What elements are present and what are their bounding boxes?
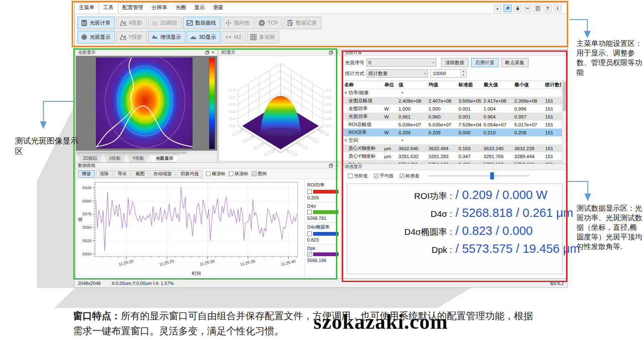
horizontal-scrollbar[interactable]: [76, 151, 217, 155]
curve-checkbox-纵游标[interactable]: 纵游标: [229, 171, 248, 177]
curve-button-截图[interactable]: 截图: [132, 170, 148, 178]
menu-item-4[interactable]: 分辨率: [148, 3, 172, 13]
close-icon[interactable]: ✕: [210, 50, 216, 55]
float-window-icon[interactable]: [328, 163, 334, 168]
spinner-arrows-icon[interactable]: ▲▼: [460, 70, 466, 77]
legend-checkbox[interactable]: [307, 210, 312, 214]
enhanced-checkbox-当前值[interactable]: 当前值: [348, 173, 368, 179]
calc-panel-titlebar[interactable]: 光斑计算: [343, 50, 567, 56]
checkbox-icon[interactable]: [348, 174, 353, 178]
report-icon[interactable]: [534, 5, 541, 12]
curve-button-切换均值[interactable]: 切换均值: [177, 170, 203, 178]
data-curve-panel: 数据曲线 ✕ 播放清除导出截图自动缩放切换均值横游标纵游标✓图例 11:25:2…: [75, 162, 341, 279]
info-icon[interactable]: i: [554, 5, 561, 12]
tab-X投影[interactable]: X投影: [103, 155, 126, 162]
collapse-up-icon[interactable]: ▲: [494, 5, 501, 12]
vertical-scrollbar[interactable]: [562, 81, 567, 168]
enhanced-checkbox-标准差[interactable]: ✓标准差: [400, 173, 419, 179]
measurement-table[interactable]: 名称单位值均值标准差最大值最小值统计数量 ˅ 功率/能量▼全图总幅值2.408e…: [343, 81, 567, 168]
table-row[interactable]: 光斑功率W0.9610.9600.0010.9640.957151: [343, 113, 567, 121]
time-series-chart[interactable]: 11:25:2011:25:2511:25:3011:25:3511:25:40…: [76, 179, 304, 278]
enhanced-display-panel: 增强显示 当前值✓平均值✓标准差 ROI功率 :/ 0.209 / 0.000 …: [342, 164, 567, 279]
legend-checkbox[interactable]: ✓: [307, 252, 312, 257]
curve-checkbox-图例[interactable]: ✓图例: [252, 171, 267, 177]
enhanced-slider[interactable]: [428, 175, 529, 176]
tab-Y投影[interactable]: Y投影: [127, 155, 149, 162]
table-cell: 0.000: [457, 130, 482, 135]
table-row[interactable]: ROI总幅值5.036e+075.035e+077.528e+045.054e+…: [343, 121, 567, 128]
menu-item-3[interactable]: 配置管理: [118, 3, 148, 13]
toolbar-button-y-projection[interactable]: Y投影: [116, 31, 147, 43]
3d-panel-titlebar[interactable]: 3D显示 ✕: [219, 50, 341, 56]
column-header[interactable]: 均值: [427, 82, 457, 88]
toolbar-button-data-curve[interactable]: 数据曲线: [183, 17, 221, 29]
close-icon[interactable]: ✕: [334, 50, 340, 55]
beam-panel-titlebar[interactable]: 光斑显示 ✕: [76, 50, 217, 56]
checkbox-icon[interactable]: ✓: [252, 171, 256, 176]
toolbar-button-2d-track[interactable]: ◎2D跟踪: [148, 17, 182, 29]
table-group-row[interactable]: ˅ 空间▼: [343, 136, 567, 144]
toolbar-button-pointing[interactable]: 指向性: [222, 17, 254, 29]
column-header[interactable]: 名称: [343, 82, 383, 88]
lock-icon[interactable]: [514, 5, 521, 12]
spot-seq-combobox[interactable]: 0˅: [366, 58, 436, 67]
toolbar-button-data-record[interactable]: 数据记录: [284, 17, 321, 29]
curve-panel-titlebar[interactable]: 数据曲线 ✕: [76, 163, 341, 169]
table-row[interactable]: 全图总幅值2.408e+082.407e+083.565e+052.417e+0…: [343, 97, 567, 105]
3d-surface-plot[interactable]: [219, 56, 341, 160]
table-row[interactable]: ROI功率W0.2090.2090.0000.2100.208151: [343, 128, 567, 136]
float-window-icon[interactable]: [328, 50, 334, 55]
toolbar-button-x-projection[interactable]: X投影: [116, 17, 147, 29]
cut-icon[interactable]: ✂: [524, 5, 531, 12]
calc-button-启用计算[interactable]: 启用计算: [471, 58, 499, 67]
curve-checkbox-横游标[interactable]: 横游标: [206, 171, 226, 177]
curve-button-清除[interactable]: 清除: [96, 170, 113, 178]
column-header[interactable]: 最小值: [513, 82, 544, 88]
table-row[interactable]: 质心Y轴坐标μm3291.6323291.2830.3473291.769328…: [343, 152, 567, 160]
menu-item-7[interactable]: 测量: [209, 3, 228, 13]
calc-button-清除数据[interactable]: 清除数据: [441, 58, 469, 67]
checkbox-icon[interactable]: ✓: [374, 174, 378, 178]
menu-item-6[interactable]: 显示: [190, 3, 209, 13]
toolbar-button-multi-spot[interactable]: 多光斑: [247, 31, 280, 43]
table-row[interactable]: 全图功率W1.0001.0000.0011.0040.996151: [343, 105, 567, 113]
float-window-icon[interactable]: [204, 50, 210, 55]
toolbar-button-tcp[interactable]: TCP: [256, 17, 283, 29]
beam-false-color-image[interactable]: [96, 58, 193, 149]
column-header[interactable]: 最大值: [482, 82, 513, 88]
stat-count-spinner[interactable]: 10000 ▲▼: [430, 69, 467, 78]
table-row[interactable]: 质心X轴坐标μm3632.6453632.4940.1633633.240363…: [343, 144, 567, 152]
curve-button-播放[interactable]: 播放: [78, 170, 95, 178]
close-icon[interactable]: ✕: [334, 163, 340, 168]
toolbar-button-enhanced-display[interactable]: AA增强显示: [148, 31, 185, 43]
toolbar-button-beam-calc[interactable]: 光斑计算: [78, 17, 115, 29]
legend-checkbox[interactable]: [307, 189, 312, 194]
stat-mode-combobox[interactable]: 统计数量˅: [366, 69, 428, 78]
pin-icon[interactable]: [504, 5, 511, 12]
menu-item-1[interactable]: 主菜单: [75, 3, 99, 13]
help-icon[interactable]: ?: [544, 5, 551, 12]
toolbar-button-beam-display[interactable]: 光斑显示: [78, 31, 115, 43]
enhanced-checkbox-平均值[interactable]: ✓平均值: [374, 173, 393, 179]
column-header[interactable]: 统计数量: [544, 82, 561, 88]
legend-checkbox[interactable]: [307, 232, 312, 236]
slider-handle[interactable]: [490, 172, 494, 179]
beam-image-area[interactable]: [76, 56, 217, 151]
curve-button-自动缩放[interactable]: 自动缩放: [150, 170, 175, 178]
menu-item-2[interactable]: 工具: [99, 2, 118, 13]
calc-button-断点采集[interactable]: 断点采集: [501, 58, 529, 67]
footer-text: 所有的显示窗口可自由组合并保存配置文件，方便调用，也可使用系统默认的配置管理功能…: [73, 310, 533, 336]
table-group-row[interactable]: ˅ 功率/能量▼: [343, 89, 567, 97]
menu-item-5[interactable]: 光圈: [171, 3, 190, 13]
enhanced-panel-titlebar[interactable]: 增强显示: [343, 164, 567, 170]
tab-光斑显示[interactable]: 光斑显示: [150, 155, 178, 162]
column-header[interactable]: 值: [397, 82, 427, 88]
column-header[interactable]: 标准差: [457, 82, 482, 88]
checkbox-icon[interactable]: [229, 171, 233, 176]
toolbar-button-m2[interactable]: M2: [222, 31, 246, 43]
checkbox-icon[interactable]: ✓: [400, 174, 404, 178]
curve-button-导出[interactable]: 导出: [114, 170, 130, 178]
column-header[interactable]: 单位: [383, 82, 397, 88]
toolbar-button-3d-display[interactable]: 3D显示: [187, 31, 221, 43]
checkbox-icon[interactable]: [206, 171, 210, 176]
